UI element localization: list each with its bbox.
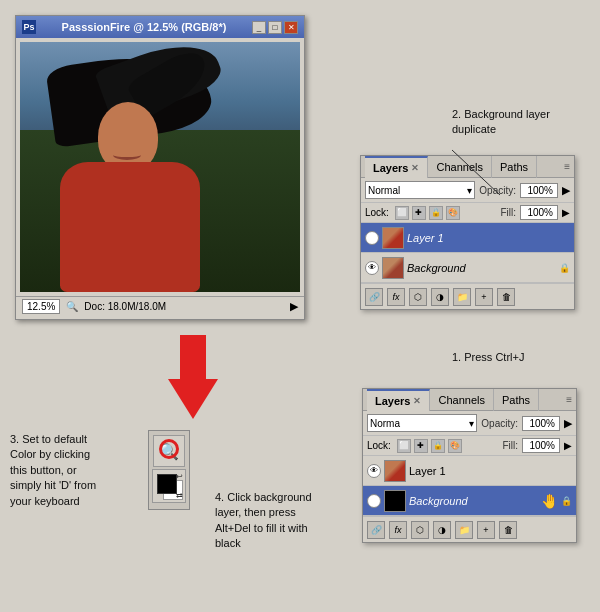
tab-layers-bottom[interactable]: Layers ✕ <box>367 389 430 411</box>
blend-mode-select-top[interactable]: Normal ▾ <box>365 181 475 199</box>
lock-all-bottom[interactable]: 🔒 <box>431 439 445 453</box>
layer-eye-layer1-bottom[interactable]: 👁 <box>367 464 381 478</box>
opacity-label-bottom: Opacity: <box>481 418 518 429</box>
mask-btn-top[interactable]: ⬡ <box>409 288 427 306</box>
fill-group-bottom: Fill: 100% ▶ <box>502 438 572 453</box>
lock-position-top[interactable]: ✚ <box>412 206 426 220</box>
fill-arrow-top: ▶ <box>562 207 570 218</box>
layer-eye-bg-top[interactable]: 👁 <box>365 261 379 275</box>
ps-window-controls[interactable]: _ □ ✕ <box>252 21 298 34</box>
layer-row-layer1-bottom[interactable]: 👁 Layer 1 <box>363 456 576 486</box>
tab-close-top[interactable]: ✕ <box>411 163 419 173</box>
panel-menu-top[interactable]: ≡ <box>564 161 570 172</box>
layer-name-layer1-top: Layer 1 <box>407 232 570 244</box>
layer-row-background-bottom[interactable]: 👁 Background 🤚 🔒 <box>363 486 576 516</box>
blend-chevron-top: ▾ <box>467 185 472 196</box>
lock-pixels-top[interactable]: ⬜ <box>395 206 409 220</box>
tab-channels-bottom[interactable]: Channels <box>430 389 493 411</box>
maximize-button[interactable]: □ <box>268 21 282 34</box>
lock-label-bottom: Lock: <box>367 440 391 451</box>
layer-row-layer1-top[interactable]: 👁 Layer 1 <box>361 223 574 253</box>
arrow-shaft <box>180 335 206 385</box>
opacity-label-top: Opacity: <box>479 185 516 196</box>
scroll-right[interactable]: ▶ <box>290 300 298 313</box>
fx-btn-top[interactable]: fx <box>387 288 405 306</box>
minimize-button[interactable]: _ <box>252 21 266 34</box>
lock-icons-bottom: ⬜ ✚ 🔒 🎨 <box>397 439 462 453</box>
link-btn-top[interactable]: 🔗 <box>365 288 383 306</box>
fill-arrow-bottom: ▶ <box>564 440 572 451</box>
annotation-1: 1. Press Ctrl+J <box>452 350 524 365</box>
zoom-level[interactable]: 12.5% <box>22 299 60 314</box>
annotation-4: 4. Click backgroundlayer, then pressAlt+… <box>215 490 360 552</box>
thumb-img-bg-top <box>383 258 403 278</box>
blend-mode-select-bottom[interactable]: Norma ▾ <box>367 414 477 432</box>
ps-app-icon: Ps <box>22 20 36 34</box>
link-btn-bottom[interactable]: 🔗 <box>367 521 385 539</box>
opacity-value-bottom[interactable]: 100% <box>522 416 560 431</box>
blend-chevron-bottom: ▾ <box>469 418 474 429</box>
color-tool[interactable]: ↩ ⇄ <box>152 469 186 503</box>
tab-channels-top[interactable]: Channels <box>428 156 491 178</box>
lock-row-bottom: Lock: ⬜ ✚ 🔒 🎨 Fill: 100% ▶ <box>363 436 576 456</box>
tab-paths-bottom[interactable]: Paths <box>494 389 539 411</box>
down-arrow <box>168 335 218 420</box>
lock-icons-top: ⬜ ✚ 🔒 🎨 <box>395 206 460 220</box>
fill-value-bottom[interactable]: 100% <box>522 438 560 453</box>
tab-close-bottom[interactable]: ✕ <box>413 396 421 406</box>
bg-lock-icon-top: 🔒 <box>559 263 570 273</box>
lock-all-top[interactable]: 🔒 <box>429 206 443 220</box>
lock-pixels-bottom[interactable]: ⬜ <box>397 439 411 453</box>
magnify-tool[interactable]: 🔍 <box>153 435 185 467</box>
adjustment-btn-top[interactable]: ◑ <box>431 288 449 306</box>
group-btn-bottom[interactable]: 📁 <box>455 521 473 539</box>
group-btn-top[interactable]: 📁 <box>453 288 471 306</box>
panel-footer-top: 🔗 fx ⬡ ◑ 📁 + 🗑 <box>361 283 574 309</box>
annotation-2: 2. Background layer duplicate <box>452 107 592 138</box>
layer-eye-bg-bottom[interactable]: 👁 <box>367 494 381 508</box>
close-button[interactable]: ✕ <box>284 21 298 34</box>
delete-btn-top[interactable]: 🗑 <box>497 288 515 306</box>
opacity-arrow-top: ▶ <box>562 184 570 197</box>
layer-thumb-bg-bottom <box>384 490 406 512</box>
ps-main-window: Ps PasssionFire @ 12.5% (RGB/8*) _ □ ✕ 1… <box>15 15 305 320</box>
lock-position-bottom[interactable]: ✚ <box>414 439 428 453</box>
layer-thumb-layer1-top <box>382 227 404 249</box>
reset-color-icon[interactable]: ↩ <box>176 472 183 481</box>
lock-artboard-top[interactable]: 🎨 <box>446 206 460 220</box>
new-layer-btn-bottom[interactable]: + <box>477 521 495 539</box>
zoom-icon: 🔍 <box>66 301 78 312</box>
layer-eye-layer1-top[interactable]: 👁 <box>365 231 379 245</box>
magnify-icon: 🔍 <box>159 442 179 461</box>
tab-layers-top[interactable]: Layers ✕ <box>365 156 428 178</box>
opacity-group-top: Opacity: 100% ▶ <box>479 183 570 198</box>
new-layer-btn-top[interactable]: + <box>475 288 493 306</box>
thumb-img-layer1-top <box>383 228 403 248</box>
panel-menu-bottom[interactable]: ≡ <box>566 394 572 405</box>
opacity-value-top[interactable]: 100% <box>520 183 558 198</box>
ps-statusbar: 12.5% 🔍 Doc: 18.0M/18.0M ▶ <box>16 296 304 316</box>
fg-color-swatch[interactable] <box>157 474 177 494</box>
panel-footer-bottom: 🔗 fx ⬡ ◑ 📁 + 🗑 <box>363 516 576 542</box>
bg-lock-icon-bottom: 🔒 <box>561 496 572 506</box>
fx-btn-bottom[interactable]: fx <box>389 521 407 539</box>
layer-name-bg-top: Background <box>407 262 556 274</box>
layers-panel-top: Layers ✕ Channels Paths ≡ Normal ▾ Opaci… <box>360 155 575 310</box>
layer-row-background-top[interactable]: 👁 Background 🔒 <box>361 253 574 283</box>
fill-value-top[interactable]: 100% <box>520 205 558 220</box>
fill-label-top: Fill: <box>500 207 516 218</box>
fill-group-top: Fill: 100% ▶ <box>500 205 570 220</box>
lock-artboard-bottom[interactable]: 🎨 <box>448 439 462 453</box>
cursor-hand-icon: 🤚 <box>541 493 558 509</box>
mask-btn-bottom[interactable]: ⬡ <box>411 521 429 539</box>
swap-color-icon[interactable]: ⇄ <box>176 491 183 500</box>
fill-label-bottom: Fill: <box>502 440 518 451</box>
tab-paths-top[interactable]: Paths <box>492 156 537 178</box>
layer-thumb-bg-top <box>382 257 404 279</box>
blend-opacity-row-top: Normal ▾ Opacity: 100% ▶ <box>361 178 574 203</box>
layer-list-bottom: 👁 Layer 1 👁 Background 🤚 🔒 <box>363 456 576 516</box>
adjustment-btn-bottom[interactable]: ◑ <box>433 521 451 539</box>
delete-btn-bottom[interactable]: 🗑 <box>499 521 517 539</box>
annotation-3: 3. Set to defaultColor by clickingthis b… <box>10 432 150 509</box>
layer-name-layer1-bottom: Layer 1 <box>409 465 572 477</box>
